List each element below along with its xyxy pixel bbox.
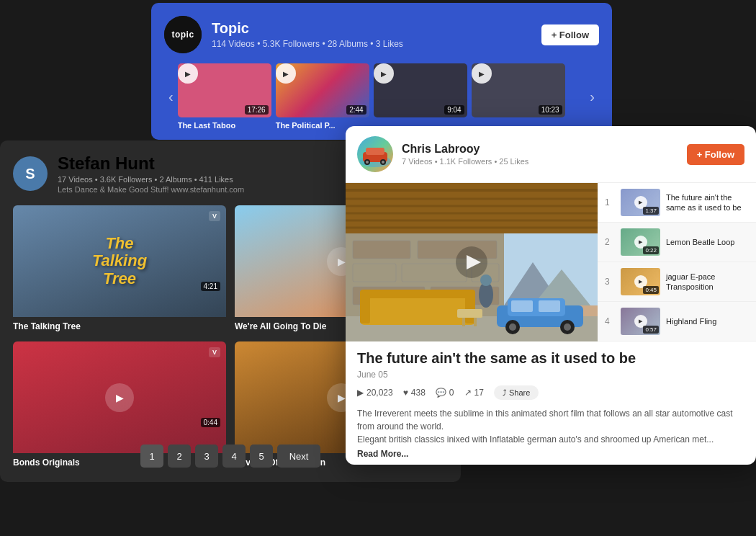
stefan-name: Stefan Hunt — [58, 153, 244, 174]
page-4-button[interactable]: 4 — [222, 445, 246, 468]
duration-badge: 9:04 — [444, 105, 464, 115]
heart-icon: ♥ — [403, 388, 408, 398]
chris-follow-button[interactable]: + Follow — [687, 144, 744, 165]
chris-info: Chris Labrooy 7 Videos • 1.1K Followers … — [402, 143, 528, 166]
stefan-bio: Lets Dance & Make Good Stuff! www.stefan… — [58, 185, 244, 194]
video-thumb-1[interactable]: ▶ 17:26 — [178, 63, 271, 117]
video-overlay-text: TheTalkingTree — [85, 228, 154, 295]
chris-main-video[interactable] — [346, 183, 598, 341]
svg-point-45 — [480, 274, 492, 286]
svg-rect-39 — [539, 300, 560, 312]
topic-meta: 114 Videos • 5.3K Followers • 28 Albums … — [212, 39, 403, 49]
svg-rect-30 — [360, 290, 475, 298]
chris-video-info: The future ain't the same as it used to … — [346, 341, 756, 465]
play-icon: ▶ — [472, 63, 492, 84]
playlist-item[interactable]: 1 ▶ 1:37 The future ain't the same as it… — [598, 183, 756, 223]
thumb-label: The Last Taboo — [178, 121, 271, 130]
duration-badge: 0:57 — [643, 326, 659, 334]
prev-arrow-button[interactable]: ‹ — [164, 86, 178, 108]
topic-card: topic Topic 114 Videos • 5.3K Followers … — [151, 3, 612, 140]
page-3-button[interactable]: 3 — [195, 445, 218, 468]
play-icon: ▶ — [178, 63, 198, 84]
main-video-thumb — [346, 183, 598, 341]
views-count: 20,023 — [366, 388, 393, 398]
play-icon: ▶ — [357, 388, 364, 398]
list-item[interactable]: TheTalkingTree V 4:21 The Talking Tree — [13, 205, 226, 333]
playlist-num: 1 — [605, 197, 615, 207]
playlist-num: 2 — [605, 237, 615, 247]
chris-name: Chris Labrooy — [402, 143, 528, 156]
likes-count: 438 — [411, 388, 426, 398]
list-item: ▶ 2:44 The Political P... — [276, 63, 369, 130]
list-item: ▶ 9:04 — [374, 63, 467, 130]
vimeo-badge: V — [209, 211, 220, 221]
chris-video-title: The future ain't the same as it used to … — [357, 350, 744, 367]
stefan-avatar: S — [13, 156, 48, 191]
duration-badge: 0:22 — [643, 246, 659, 254]
page-2-button[interactable]: 2 — [168, 445, 191, 468]
topic-header: topic Topic 114 Videos • 5.3K Followers … — [164, 16, 599, 53]
svg-rect-34 — [462, 318, 465, 326]
video-thumb-3[interactable]: ▶ 9:04 — [374, 63, 467, 117]
play-icon: ▶ — [374, 63, 394, 84]
chris-header-left: Chris Labrooy 7 Videos • 1.1K Followers … — [357, 136, 528, 172]
stefan-info: Stefan Hunt 17 Videos • 3.6K Followers •… — [58, 153, 244, 194]
comments-count: 0 — [449, 388, 454, 398]
video-label: The Talking Tree — [13, 317, 226, 333]
share-button[interactable]: ⤴ Share — [494, 385, 539, 400]
page-5-button[interactable]: 5 — [250, 445, 273, 468]
duration-badge: 10:23 — [539, 105, 562, 115]
playlist-thumb: ▶ 1:37 — [621, 189, 660, 216]
likes-stat[interactable]: ♥ 438 — [403, 388, 426, 398]
comments-stat[interactable]: 💬 0 — [436, 388, 454, 398]
share-icon: ↗ — [464, 388, 472, 398]
topic-avatar-inner: topic — [164, 16, 202, 53]
topic-info: Topic 114 Videos • 5.3K Followers • 28 A… — [212, 20, 403, 49]
svg-rect-31 — [360, 295, 370, 323]
page-1-button[interactable]: 1 — [140, 445, 163, 468]
chris-video-section: 1 ▶ 1:37 The future ain't the same as it… — [346, 183, 756, 341]
svg-rect-35 — [474, 318, 477, 326]
read-more-link[interactable]: Read More... — [357, 449, 744, 459]
next-arrow-button[interactable]: › — [585, 86, 599, 108]
chris-avatar — [357, 136, 393, 172]
play-icon: ▶ — [105, 383, 134, 412]
playlist-thumb: ▶ 0:45 — [621, 268, 660, 295]
chris-header: Chris Labrooy 7 Videos • 1.1K Followers … — [346, 126, 756, 183]
list-item: ▶ 10:23 — [472, 63, 565, 130]
videos-strip: ▶ 17:26 The Last Taboo ▶ 2:44 The Politi… — [178, 63, 586, 130]
playlist-title: Highland Fling — [666, 316, 716, 326]
playlist-title: jaguar E-pace Transposition — [666, 272, 749, 292]
playlist-thumb: ▶ 0:57 — [621, 308, 660, 335]
svg-rect-16 — [353, 241, 410, 259]
video-thumb-4[interactable]: ▶ 10:23 — [472, 63, 565, 117]
topic-title: Topic — [212, 20, 403, 37]
svg-rect-38 — [511, 300, 533, 312]
views-stat: ▶ 20,023 — [357, 388, 393, 398]
play-icon: ▶ — [276, 63, 296, 84]
duration-badge: 2:44 — [346, 105, 366, 115]
chris-card: Chris Labrooy 7 Videos • 1.1K Followers … — [346, 126, 756, 465]
duration-badge: 0:44 — [201, 418, 220, 427]
duration-badge: 0:45 — [643, 286, 659, 294]
topic-videos-row: ‹ ▶ 17:26 The Last Taboo ▶ 2:44 The Poli… — [164, 63, 599, 130]
duration-badge: 1:37 — [643, 207, 659, 215]
video-thumb-2[interactable]: ▶ 2:44 — [276, 63, 369, 117]
topic-follow-button[interactable]: + Follow — [541, 24, 599, 45]
svg-rect-33 — [457, 309, 482, 318]
svg-point-43 — [564, 323, 571, 331]
playlist-num: 3 — [605, 277, 615, 287]
playlist-title: Lemon Beatle Loop — [666, 237, 734, 247]
svg-rect-18 — [353, 264, 396, 282]
topic-avatar: topic — [164, 16, 202, 53]
shares-count: 17 — [474, 388, 484, 398]
playlist-item[interactable]: 3 ▶ 0:45 jaguar E-pace Transposition — [598, 262, 756, 302]
playlist-item[interactable]: 4 ▶ 0:57 Highland Fling — [598, 302, 756, 341]
list-item: ▶ 17:26 The Last Taboo — [178, 63, 271, 130]
next-page-button[interactable]: Next — [277, 445, 320, 468]
duration-badge: 17:26 — [245, 105, 269, 115]
chris-meta: 7 Videos • 1.1K Followers • 25 Likes — [402, 157, 528, 166]
chris-stats: ▶ 20,023 ♥ 438 💬 0 ↗ 17 ⤴ Share — [357, 385, 744, 400]
playlist-item[interactable]: 2 ▶ 0:22 Lemon Beatle Loop — [598, 223, 756, 262]
shares-stat[interactable]: ↗ 17 — [464, 388, 484, 398]
